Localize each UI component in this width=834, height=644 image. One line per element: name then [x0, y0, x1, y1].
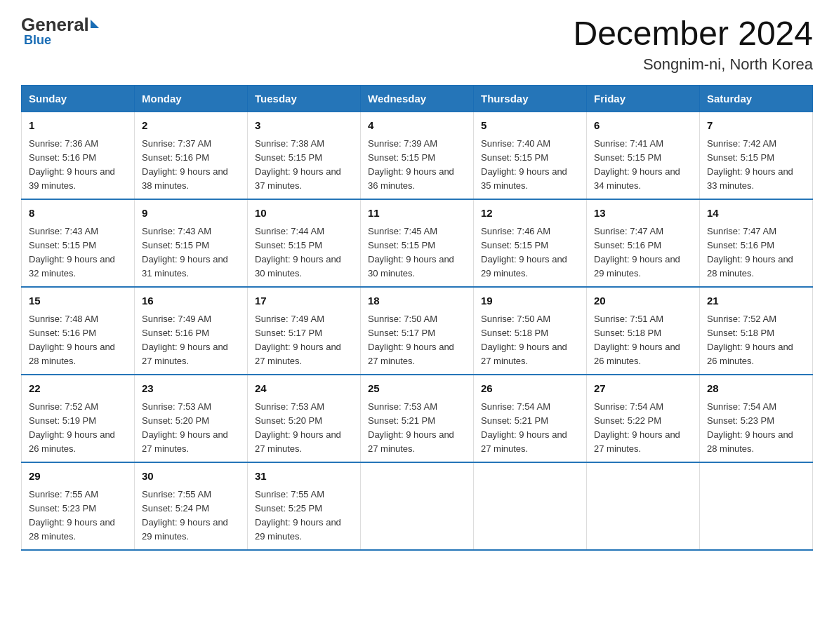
- day-number: 29: [29, 469, 127, 485]
- title-area: December 2024 Songnim-ni, North Korea: [573, 14, 813, 74]
- weekday-header-monday: Monday: [135, 86, 248, 112]
- logo: General Blue: [21, 14, 99, 48]
- day-info: Sunrise: 7:49 AMSunset: 5:16 PMDaylight:…: [142, 312, 240, 369]
- day-info: Sunrise: 7:49 AMSunset: 5:17 PMDaylight:…: [255, 312, 353, 369]
- weekday-header-row: SundayMondayTuesdayWednesdayThursdayFrid…: [22, 86, 813, 112]
- calendar-cell: 29Sunrise: 7:55 AMSunset: 5:23 PMDayligh…: [22, 462, 135, 550]
- calendar-cell: 10Sunrise: 7:44 AMSunset: 5:15 PMDayligh…: [248, 199, 361, 287]
- day-info: Sunrise: 7:45 AMSunset: 5:15 PMDaylight:…: [368, 224, 466, 281]
- calendar-header: SundayMondayTuesdayWednesdayThursdayFrid…: [22, 86, 813, 112]
- weekday-header-sunday: Sunday: [22, 86, 135, 112]
- header: General Blue December 2024 Songnim-ni, N…: [21, 14, 813, 74]
- day-info: Sunrise: 7:54 AMSunset: 5:22 PMDaylight:…: [594, 400, 692, 457]
- day-number: 8: [29, 206, 127, 222]
- calendar-week-row: 29Sunrise: 7:55 AMSunset: 5:23 PMDayligh…: [22, 462, 813, 550]
- day-info: Sunrise: 7:36 AMSunset: 5:16 PMDaylight:…: [29, 137, 127, 194]
- calendar-cell: 31Sunrise: 7:55 AMSunset: 5:25 PMDayligh…: [248, 462, 361, 550]
- calendar-cell: 2Sunrise: 7:37 AMSunset: 5:16 PMDaylight…: [135, 112, 248, 200]
- day-info: Sunrise: 7:43 AMSunset: 5:15 PMDaylight:…: [142, 224, 240, 281]
- weekday-header-friday: Friday: [587, 86, 700, 112]
- day-number: 4: [368, 118, 466, 134]
- day-info: Sunrise: 7:51 AMSunset: 5:18 PMDaylight:…: [594, 312, 692, 369]
- calendar-cell: 12Sunrise: 7:46 AMSunset: 5:15 PMDayligh…: [474, 199, 587, 287]
- day-number: 20: [594, 293, 692, 309]
- weekday-header-thursday: Thursday: [474, 86, 587, 112]
- calendar-cell: 24Sunrise: 7:53 AMSunset: 5:20 PMDayligh…: [248, 375, 361, 462]
- day-number: 18: [368, 293, 466, 309]
- day-info: Sunrise: 7:47 AMSunset: 5:16 PMDaylight:…: [594, 224, 692, 281]
- calendar-cell: 5Sunrise: 7:40 AMSunset: 5:15 PMDaylight…: [474, 112, 587, 200]
- calendar-body: 1Sunrise: 7:36 AMSunset: 5:16 PMDaylight…: [22, 112, 813, 551]
- day-info: Sunrise: 7:54 AMSunset: 5:21 PMDaylight:…: [481, 400, 579, 457]
- calendar-cell: 20Sunrise: 7:51 AMSunset: 5:18 PMDayligh…: [587, 287, 700, 375]
- day-info: Sunrise: 7:52 AMSunset: 5:18 PMDaylight:…: [707, 312, 805, 369]
- calendar-cell: [474, 462, 587, 550]
- calendar-table: SundayMondayTuesdayWednesdayThursdayFrid…: [21, 85, 813, 551]
- calendar-cell: 27Sunrise: 7:54 AMSunset: 5:22 PMDayligh…: [587, 375, 700, 462]
- day-number: 9: [142, 206, 240, 222]
- calendar-cell: 1Sunrise: 7:36 AMSunset: 5:16 PMDaylight…: [22, 112, 135, 200]
- day-number: 26: [481, 381, 579, 397]
- day-number: 28: [707, 381, 805, 397]
- calendar-cell: 16Sunrise: 7:49 AMSunset: 5:16 PMDayligh…: [135, 287, 248, 375]
- day-number: 21: [707, 293, 805, 309]
- day-number: 17: [255, 293, 353, 309]
- day-number: 23: [142, 381, 240, 397]
- calendar-cell: 21Sunrise: 7:52 AMSunset: 5:18 PMDayligh…: [700, 287, 813, 375]
- day-info: Sunrise: 7:53 AMSunset: 5:20 PMDaylight:…: [255, 400, 353, 457]
- calendar-cell: 22Sunrise: 7:52 AMSunset: 5:19 PMDayligh…: [22, 375, 135, 462]
- day-number: 1: [29, 118, 127, 134]
- day-number: 24: [255, 381, 353, 397]
- logo-triangle-icon: [91, 20, 99, 28]
- day-number: 10: [255, 206, 353, 222]
- day-number: 30: [142, 469, 240, 485]
- day-info: Sunrise: 7:55 AMSunset: 5:24 PMDaylight:…: [142, 488, 240, 544]
- day-number: 15: [29, 293, 127, 309]
- day-info: Sunrise: 7:41 AMSunset: 5:15 PMDaylight:…: [594, 137, 692, 194]
- day-number: 22: [29, 381, 127, 397]
- weekday-header-wednesday: Wednesday: [361, 86, 474, 112]
- calendar-cell: 25Sunrise: 7:53 AMSunset: 5:21 PMDayligh…: [361, 375, 474, 462]
- calendar-week-row: 1Sunrise: 7:36 AMSunset: 5:16 PMDaylight…: [22, 112, 813, 200]
- day-info: Sunrise: 7:54 AMSunset: 5:23 PMDaylight:…: [707, 400, 805, 457]
- calendar-cell: 19Sunrise: 7:50 AMSunset: 5:18 PMDayligh…: [474, 287, 587, 375]
- day-info: Sunrise: 7:55 AMSunset: 5:23 PMDaylight:…: [29, 488, 127, 544]
- calendar-cell: 15Sunrise: 7:48 AMSunset: 5:16 PMDayligh…: [22, 287, 135, 375]
- calendar-cell: [700, 462, 813, 550]
- day-number: 7: [707, 118, 805, 134]
- calendar-cell: 9Sunrise: 7:43 AMSunset: 5:15 PMDaylight…: [135, 199, 248, 287]
- calendar-cell: 17Sunrise: 7:49 AMSunset: 5:17 PMDayligh…: [248, 287, 361, 375]
- calendar-cell: 7Sunrise: 7:42 AMSunset: 5:15 PMDaylight…: [700, 112, 813, 200]
- day-info: Sunrise: 7:37 AMSunset: 5:16 PMDaylight:…: [142, 137, 240, 194]
- calendar-title: December 2024: [573, 14, 813, 53]
- day-number: 25: [368, 381, 466, 397]
- day-info: Sunrise: 7:50 AMSunset: 5:17 PMDaylight:…: [368, 312, 466, 369]
- day-number: 13: [594, 206, 692, 222]
- calendar-cell: [587, 462, 700, 550]
- calendar-week-row: 8Sunrise: 7:43 AMSunset: 5:15 PMDaylight…: [22, 199, 813, 287]
- calendar-week-row: 15Sunrise: 7:48 AMSunset: 5:16 PMDayligh…: [22, 287, 813, 375]
- day-number: 6: [594, 118, 692, 134]
- day-number: 16: [142, 293, 240, 309]
- day-number: 14: [707, 206, 805, 222]
- day-info: Sunrise: 7:47 AMSunset: 5:16 PMDaylight:…: [707, 224, 805, 281]
- calendar-subtitle: Songnim-ni, North Korea: [573, 55, 813, 74]
- day-info: Sunrise: 7:55 AMSunset: 5:25 PMDaylight:…: [255, 488, 353, 544]
- day-number: 11: [368, 206, 466, 222]
- day-info: Sunrise: 7:44 AMSunset: 5:15 PMDaylight:…: [255, 224, 353, 281]
- day-info: Sunrise: 7:40 AMSunset: 5:15 PMDaylight:…: [481, 137, 579, 194]
- day-number: 3: [255, 118, 353, 134]
- calendar-week-row: 22Sunrise: 7:52 AMSunset: 5:19 PMDayligh…: [22, 375, 813, 462]
- calendar-cell: 3Sunrise: 7:38 AMSunset: 5:15 PMDaylight…: [248, 112, 361, 200]
- calendar-cell: 14Sunrise: 7:47 AMSunset: 5:16 PMDayligh…: [700, 199, 813, 287]
- day-number: 5: [481, 118, 579, 134]
- day-number: 31: [255, 469, 353, 485]
- weekday-header-saturday: Saturday: [700, 86, 813, 112]
- calendar-cell: 23Sunrise: 7:53 AMSunset: 5:20 PMDayligh…: [135, 375, 248, 462]
- calendar-cell: 4Sunrise: 7:39 AMSunset: 5:15 PMDaylight…: [361, 112, 474, 200]
- day-info: Sunrise: 7:50 AMSunset: 5:18 PMDaylight:…: [481, 312, 579, 369]
- day-info: Sunrise: 7:48 AMSunset: 5:16 PMDaylight:…: [29, 312, 127, 369]
- day-info: Sunrise: 7:52 AMSunset: 5:19 PMDaylight:…: [29, 400, 127, 457]
- logo-blue-text: Blue: [24, 33, 51, 48]
- day-info: Sunrise: 7:53 AMSunset: 5:20 PMDaylight:…: [142, 400, 240, 457]
